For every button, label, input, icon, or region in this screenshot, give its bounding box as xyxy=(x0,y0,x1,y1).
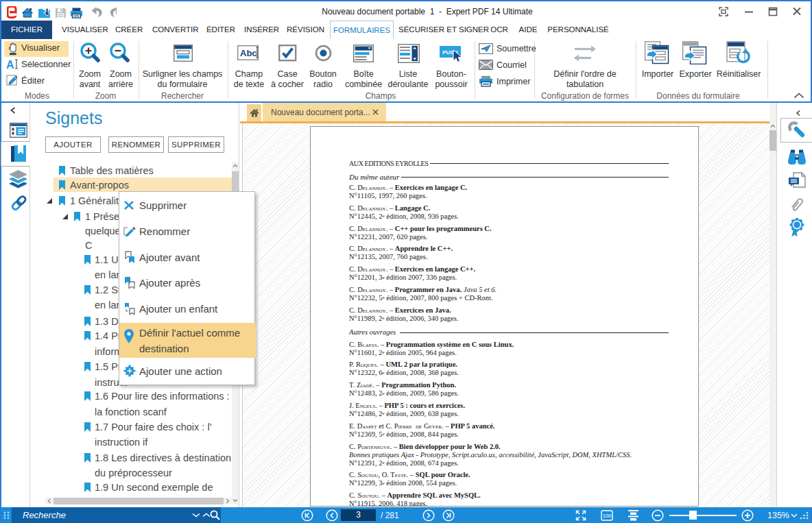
svg-text:100: 100 xyxy=(603,513,612,519)
svg-text:Abc: Abc xyxy=(240,48,257,58)
svg-text:A: A xyxy=(6,59,14,71)
